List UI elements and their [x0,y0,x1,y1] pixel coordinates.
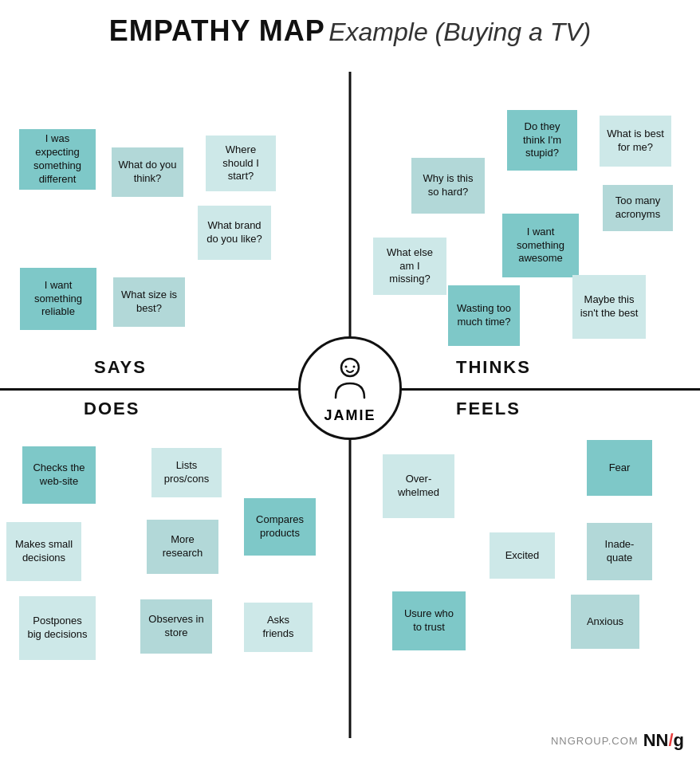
svg-point-1 [345,365,348,367]
note-feels-2: Fear [587,440,652,496]
title-bold: EMPATHY MAP [109,14,325,47]
note-thinks-7: Wasting too much time? [448,285,520,346]
note-says-3: Where should I start? [206,136,276,191]
note-does-1: Checks the web-site [22,446,96,504]
note-feels-6: Anxious [571,595,639,649]
svg-point-2 [353,365,356,367]
center-circle: JAMIE [298,336,402,440]
title-italic: Example (Buying a TV) [328,18,591,46]
note-thinks-4: Too many acronyms [603,185,673,231]
footer-text: NNGROUP.COM [551,735,639,747]
note-says-2: What do you think? [112,147,183,197]
note-does-6: Postpones big decisions [19,596,96,660]
note-thinks-8: Maybe this isn't the best [572,275,646,339]
page: EMPATHY MAP Example (Buying a TV) SAYS T… [0,0,700,762]
note-says-1: I was expecting something different [19,129,96,190]
note-does-7: Observes in store [140,599,212,654]
footer: NNGROUP.COM NN/g [551,730,684,751]
note-feels-1: Over-whelmed [383,454,454,518]
note-does-2: Makes small decisions [6,522,81,581]
svg-point-0 [341,359,359,376]
thinks-label: THINKS [456,357,531,378]
person-icon [324,353,376,404]
note-thinks-2: What is best for me? [600,116,671,167]
note-thinks-3: Why is this so hard? [411,158,485,214]
note-feels-5: Usure who to trust [392,591,466,650]
note-says-6: What size is best? [113,277,185,327]
feels-label: FEELS [456,399,521,419]
note-does-5: Compares products [244,498,316,556]
note-feels-4: Excited [490,532,555,579]
note-does-4: More research [147,520,218,574]
note-thinks-1: Do they think I'm stupid? [507,110,577,171]
note-does-8: Asks friends [244,603,313,652]
note-says-4: What brand do you like? [198,206,271,260]
note-feels-3: Inade-quate [587,523,652,580]
note-thinks-6: I want something awesome [502,214,579,277]
footer-logo: NN/g [643,730,684,751]
says-label: SAYS [94,357,147,378]
note-does-3: Lists pros/cons [151,448,222,497]
title-area: EMPATHY MAP Example (Buying a TV) [0,0,700,56]
does-label: DOES [84,399,140,419]
note-says-5: I want something reliable [20,268,96,330]
center-name: JAMIE [324,407,376,424]
note-thinks-5: What else am I missing? [373,238,446,295]
